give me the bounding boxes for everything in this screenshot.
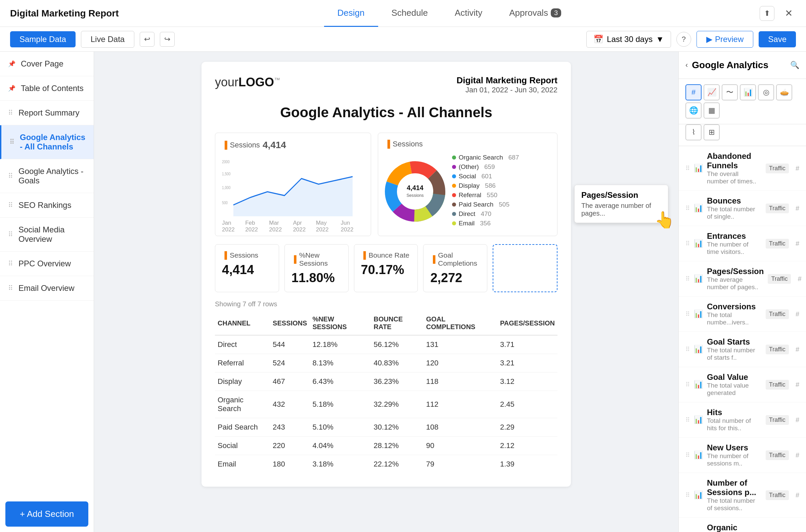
metric-hash-icon[interactable]: # xyxy=(795,310,799,318)
icon-tab-bar[interactable]: 📊 xyxy=(740,84,756,100)
metric-name: Goal Starts xyxy=(707,337,762,347)
metric-hash-icon[interactable]: # xyxy=(795,381,799,388)
metric-desc: The total numbe...ivers.. xyxy=(707,311,762,326)
sidebar-item-ga-all-channels[interactable]: ⠿ Google Analytics - All Channels xyxy=(0,125,94,159)
metric-item[interactable]: ⠿ 📊 Entrances The number of time visitor… xyxy=(679,226,806,261)
metric-item[interactable]: ⠿ 📊 Number of Sessions p... The total nu… xyxy=(679,473,806,517)
nav-tabs: Design Schedule Activity Approvals 3 xyxy=(139,0,760,27)
table-row: Display4676.43%36.23%1183.12 xyxy=(215,373,557,391)
search-icon[interactable]: 🔍 xyxy=(790,61,799,70)
line-chart-box: ▐ Sessions 4,414 2000 1,500 1,000 500 xyxy=(215,133,371,236)
metric-item[interactable]: ⠿ 📊 New Users The number of sessions m..… xyxy=(679,438,806,473)
drag-handle-icon: ⠿ xyxy=(686,416,690,423)
help-button[interactable]: ? xyxy=(676,32,691,47)
icon-tab-hash[interactable]: # xyxy=(686,84,702,100)
back-button[interactable]: ‹ xyxy=(686,61,688,70)
icon-tab-wave[interactable]: 〜 xyxy=(722,84,738,100)
undo-button[interactable]: ↩ xyxy=(140,32,154,47)
redo-button[interactable]: ↪ xyxy=(160,32,175,47)
report-title: Digital Marketing Report xyxy=(457,75,557,86)
sidebar-item-report-summary[interactable]: ⠿ Report Summary xyxy=(0,101,94,125)
metric-item[interactable]: ⠿ 📊 Conversions The total numbe...ivers.… xyxy=(679,297,806,332)
metric-hash-icon[interactable]: # xyxy=(795,491,799,499)
sidebar-item-email[interactable]: ⠿ Email Overview xyxy=(0,276,94,301)
add-section-container: + Add Section xyxy=(5,501,88,527)
pie-chart-box: ▐ Sessions xyxy=(378,133,557,236)
metric-hash-icon[interactable]: # xyxy=(795,451,799,459)
pin-icon: 📌 xyxy=(8,60,16,68)
icon-tab-line[interactable]: 📈 xyxy=(704,84,720,100)
metric-badge: Traffic xyxy=(766,204,789,213)
tab-schedule[interactable]: Schedule xyxy=(378,0,441,27)
sidebar-item-ppc[interactable]: ⠿ PPC Overview xyxy=(0,251,94,276)
date-range-picker[interactable]: 📅 Last 30 days ▼ xyxy=(587,31,671,48)
metric-name: Abandoned Funnels xyxy=(707,151,762,170)
sidebar-item-social-media[interactable]: ⠿ Social Media Overview xyxy=(0,217,94,251)
metric-name: Pages/Session xyxy=(707,267,764,276)
main-layout: 📌 Cover Page 📌 Table of Contents ⠿ Repor… xyxy=(0,52,806,532)
drag-handle-icon: ⠿ xyxy=(9,138,15,146)
drag-handle-icon: ⠿ xyxy=(8,172,13,180)
live-data-button[interactable]: Live Data xyxy=(81,31,134,48)
drag-handle-icon: ⠿ xyxy=(686,346,690,353)
svg-text:4,414: 4,414 xyxy=(407,184,423,191)
close-button[interactable]: ✕ xyxy=(781,6,796,21)
metric-hash-icon[interactable]: # xyxy=(795,240,799,248)
sample-data-button[interactable]: Sample Data xyxy=(10,31,76,48)
metric-name: Organic Searches xyxy=(707,523,762,532)
metric-name: Entrances xyxy=(707,231,762,241)
icon-tab-table[interactable]: ⊞ xyxy=(704,124,720,140)
stats-row: ▐Sessions 4,414 ▐%New Sessions 11.80% ▐B… xyxy=(215,244,557,292)
icon-tab-area[interactable]: ⌇ xyxy=(686,124,702,140)
metric-name: Hits xyxy=(707,408,762,417)
metric-name: Bounces xyxy=(707,196,762,206)
metric-hash-icon[interactable]: # xyxy=(795,205,799,212)
metric-hash-icon[interactable]: # xyxy=(795,346,799,353)
metric-item[interactable]: ⠿ 📊 Goal Starts The total number of star… xyxy=(679,332,806,367)
icon-tabs: # 📈 〜 📊 ◎ 🥧 🌐 ▦ xyxy=(679,79,806,124)
icon-tab-pie[interactable]: 🥧 xyxy=(776,84,792,100)
metric-chart-icon: 📊 xyxy=(694,416,703,424)
preview-button[interactable]: ▶ Preview xyxy=(696,31,753,48)
col-pages-session: PAGES/SESSION xyxy=(497,311,557,335)
stat-pages-session-selected[interactable] xyxy=(493,244,557,292)
metric-hash-icon[interactable]: # xyxy=(795,165,799,172)
metric-item[interactable]: ⠿ 📊 Organic Searches The number of organ… xyxy=(679,517,806,532)
metric-name: Goal Value xyxy=(707,373,762,382)
metric-badge: Traffic xyxy=(766,345,789,354)
tab-approvals[interactable]: Approvals 3 xyxy=(496,0,575,27)
metric-hash-icon[interactable]: # xyxy=(798,275,801,283)
table-showing: Showing 7 off 7 rows xyxy=(215,300,557,308)
x-axis-labels: Jan 2022 Feb 2022 Mar 2022 Apr 2022 May … xyxy=(222,220,364,233)
line-chart: 2000 1,500 1,000 500 Jan 2022 Feb 2022 M… xyxy=(222,156,364,216)
metric-item[interactable]: ⠿ 📊 Goal Value The total value generated… xyxy=(679,367,806,402)
metric-badge: Traffic xyxy=(766,309,789,319)
share-button[interactable]: ⬆ xyxy=(760,6,774,21)
icon-tab-globe[interactable]: 🌐 xyxy=(686,102,702,118)
metric-chart-icon: 📊 xyxy=(694,204,703,213)
col-bounce: BOUNCE RATE xyxy=(371,311,423,335)
save-button[interactable]: Save xyxy=(759,31,796,48)
col-goal-completions: GOAL COMPLETIONS xyxy=(423,311,497,335)
icon-tab-stackbar[interactable]: ▦ xyxy=(704,102,720,118)
sidebar-item-ga-goals[interactable]: ⠿ Google Analytics - Goals xyxy=(0,159,94,193)
sidebar-item-toc[interactable]: 📌 Table of Contents xyxy=(0,76,94,101)
tab-activity[interactable]: Activity xyxy=(441,0,496,27)
metric-item[interactable]: ⠿ 📊 Hits Total number of hits for this..… xyxy=(679,402,806,438)
metric-name: Conversions xyxy=(707,302,762,311)
icon-tab-donut[interactable]: ◎ xyxy=(758,84,774,100)
drag-handle-icon: ⠿ xyxy=(686,205,690,212)
metric-item[interactable]: ⠿ 📊 Bounces The total number of single..… xyxy=(679,191,806,226)
table-row: Paid Search2435.10%30.12%1082.29 xyxy=(215,418,557,437)
add-section-button[interactable]: + Add Section xyxy=(5,501,88,527)
metric-desc: Total number of hits for this.. xyxy=(707,417,762,432)
sidebar-item-seo[interactable]: ⠿ SEO Rankings xyxy=(0,193,94,217)
metric-hash-icon[interactable]: # xyxy=(795,416,799,424)
charts-row: ▐ Sessions 4,414 2000 1,500 1,000 500 xyxy=(215,133,557,236)
tab-design[interactable]: Design xyxy=(324,0,378,27)
metric-desc: The overall number of times.. xyxy=(707,170,762,185)
table-section: Showing 7 off 7 rows CHANNEL SESSIONS %N… xyxy=(215,300,557,473)
metric-item[interactable]: ⠿ 📊 Abandoned Funnels The overall number… xyxy=(679,146,806,191)
sidebar-item-cover-page[interactable]: 📌 Cover Page xyxy=(0,52,94,76)
metric-item[interactable]: ⠿ 📊 Pages/Session The average number of … xyxy=(679,261,806,297)
